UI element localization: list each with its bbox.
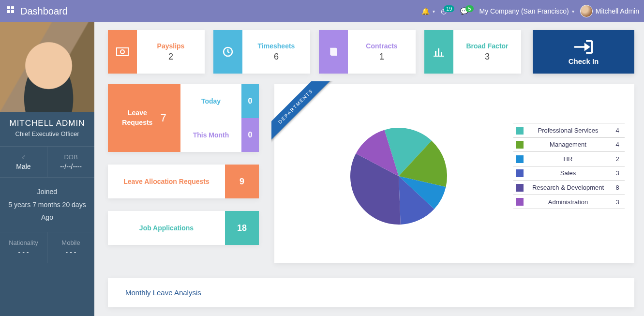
company-name: My Company (San Francisco) — [479, 7, 569, 15]
activity-button[interactable]: ◴ 19 — [441, 7, 454, 15]
payslips-card[interactable]: Payslips 2 — [108, 30, 205, 74]
svg-rect-8 — [435, 51, 436, 56]
clock-icon — [213, 30, 242, 74]
svg-rect-0 — [7, 6, 10, 9]
timesheets-label: Timesheets — [258, 42, 295, 50]
broad-factor-card[interactable]: Broad Factor 3 — [424, 30, 521, 74]
chevron-down-icon: ▾ — [572, 9, 574, 14]
leave-title-1: Leave — [122, 108, 152, 118]
check-in-button[interactable]: Check In — [533, 30, 634, 74]
top-navbar: Dashboard 🔔▾ ◴ 19 💬 5 My Company (San Fr… — [0, 0, 644, 22]
payslips-label: Payslips — [157, 42, 185, 50]
leave-requests-card[interactable]: Leave Requests 7 Today 0 This Month 0 — [108, 84, 259, 152]
leave-allocation-card[interactable]: Leave Allocation Requests 9 — [108, 165, 259, 198]
contracts-value: 1 — [379, 52, 384, 62]
profile-role: Chief Executive Officer — [0, 130, 94, 146]
job-applications-card[interactable]: Job Applications 18 — [108, 211, 259, 245]
gender-cell: ♂ Male — [0, 147, 47, 177]
svg-point-5 — [120, 50, 124, 54]
legend-value: 4 — [610, 123, 625, 138]
svg-rect-9 — [438, 48, 439, 56]
job-applications-label: Job Applications — [108, 224, 225, 232]
signin-icon — [573, 39, 594, 55]
timesheets-card[interactable]: Timesheets 6 — [213, 30, 310, 74]
departments-legend: Professional Services4Management4HR2Sale… — [513, 123, 625, 254]
leave-title-2: Requests — [122, 118, 152, 128]
legend-swatch — [516, 155, 524, 163]
profile-sidebar: MITCHELL ADMIN Chief Executive Officer ♂… — [0, 22, 94, 316]
profile-name: MITCHELL ADMIN — [0, 112, 94, 130]
legend-row[interactable]: HR2 — [513, 152, 625, 166]
legend-name: HR — [526, 152, 610, 166]
legend-swatch — [516, 127, 524, 135]
leave-month-label: This Month — [180, 131, 241, 139]
legend-row[interactable]: Professional Services4 — [513, 123, 625, 138]
profile-photo — [0, 22, 94, 112]
payslips-value: 2 — [168, 52, 173, 62]
apps-icon[interactable] — [4, 6, 18, 16]
legend-row[interactable]: Research & Development8 — [513, 181, 625, 195]
messages-badge: 5 — [465, 5, 473, 12]
job-applications-value: 18 — [225, 211, 259, 245]
leave-allocation-value: 9 — [225, 165, 259, 198]
leave-total: 7 — [160, 112, 166, 124]
legend-value: 4 — [610, 137, 625, 152]
joined-label: Joined — [3, 185, 91, 198]
joined-cell: Joined 5 years 7 months 20 days Ago — [0, 177, 94, 232]
mobile-value: - - - — [49, 248, 92, 256]
leave-allocation-label: Leave Allocation Requests — [108, 178, 225, 185]
nationality-value: - - - — [2, 248, 45, 256]
dob-cell: DOB --/--/---- — [47, 147, 94, 177]
main-content: Payslips 2 Timesheets 6 Contracts — [94, 22, 644, 316]
mobile-cell: Mobile - - - — [47, 232, 94, 263]
monthly-leave-analysis-card: Monthly Leave Analysis — [108, 278, 634, 307]
stat-row: Payslips 2 Timesheets 6 Contracts — [108, 30, 634, 74]
bell-icon: 🔔 — [421, 7, 430, 15]
page-title: Dashboard — [20, 6, 68, 17]
check-in-label: Check In — [569, 57, 599, 65]
joined-suffix: Ago — [3, 211, 91, 224]
svg-rect-3 — [11, 10, 14, 13]
leave-today-label: Today — [180, 97, 241, 105]
contracts-label: Contracts — [366, 42, 397, 50]
legend-row[interactable]: Sales3 — [513, 166, 625, 181]
contracts-card[interactable]: Contracts 1 — [319, 30, 416, 74]
dob-value: --/--/---- — [49, 163, 92, 170]
messages-button[interactable]: 💬 5 — [460, 7, 473, 15]
legend-swatch — [516, 198, 524, 206]
svg-rect-7 — [434, 56, 444, 57]
svg-rect-1 — [11, 6, 14, 9]
activity-badge: 19 — [444, 5, 454, 12]
departments-ribbon-label: DEPARTMENTS — [271, 81, 334, 145]
legend-value: 3 — [610, 195, 625, 209]
legend-swatch — [516, 184, 524, 192]
svg-rect-2 — [7, 10, 10, 13]
joined-value: 5 years 7 months 20 days — [3, 198, 91, 211]
legend-row[interactable]: Management4 — [513, 137, 625, 152]
timesheets-value: 6 — [274, 52, 279, 62]
legend-name: Management — [526, 137, 610, 152]
legend-value: 8 — [610, 181, 625, 195]
gender-icon: ♂ — [2, 153, 45, 161]
user-menu[interactable]: Mitchell Admin — [580, 5, 639, 17]
analysis-title: Monthly Leave Analysis — [125, 288, 201, 297]
money-icon — [108, 30, 137, 74]
notifications-button[interactable]: 🔔▾ — [421, 7, 435, 15]
departments-card: DEPARTMENTS Professional Services4Manage… — [274, 84, 634, 263]
username: Mitchell Admin — [596, 7, 639, 15]
leave-month-value: 0 — [241, 118, 259, 152]
book-icon — [319, 30, 348, 74]
nationality-label: Nationality — [2, 239, 45, 246]
svg-rect-10 — [441, 52, 442, 56]
chevron-down-icon: ▾ — [433, 9, 435, 14]
legend-row[interactable]: Administration3 — [513, 195, 625, 209]
broad-factor-label: Broad Factor — [466, 42, 508, 50]
legend-swatch — [516, 141, 524, 149]
barchart-icon — [424, 30, 453, 74]
dob-label: DOB — [49, 153, 92, 161]
broad-factor-value: 3 — [485, 52, 490, 62]
legend-name: Sales — [526, 166, 610, 181]
company-switcher[interactable]: My Company (San Francisco) ▾ — [479, 7, 574, 15]
gender-value: Male — [2, 163, 45, 170]
legend-name: Professional Services — [526, 123, 610, 138]
